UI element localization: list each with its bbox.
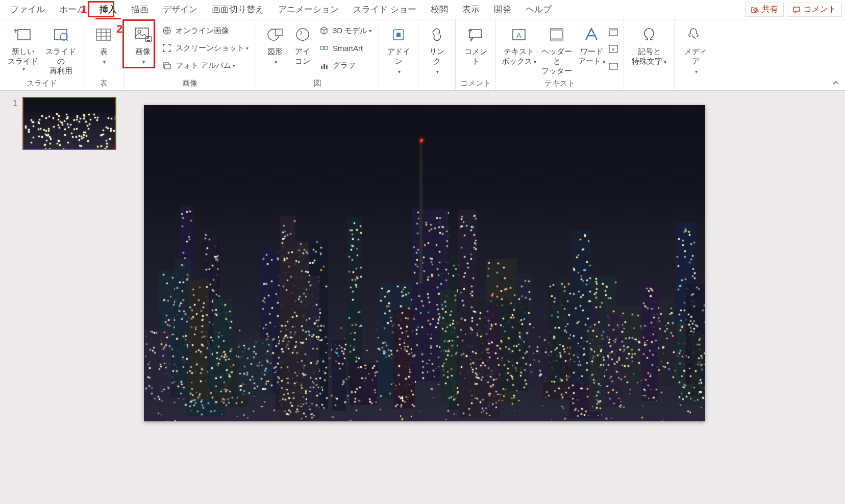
group-media: メディ ア▾	[675, 19, 716, 90]
link-icon	[429, 27, 445, 43]
svg-rect-10	[165, 64, 170, 69]
date-time-icon	[608, 27, 618, 37]
table-icon	[95, 26, 112, 43]
date-time-button[interactable]	[607, 23, 619, 40]
screenshot-icon	[162, 43, 171, 53]
header-footer-icon	[549, 27, 565, 43]
annotation-2: 2	[116, 22, 122, 36]
group-images-label: 画像	[182, 78, 197, 90]
tab-design[interactable]: デザイン	[156, 0, 205, 19]
group-comments: コメン ト コメント	[456, 19, 496, 90]
shapes-icon	[266, 26, 284, 43]
share-icon	[751, 6, 759, 14]
tab-review[interactable]: 校閲	[424, 0, 455, 19]
object-icon	[608, 61, 618, 71]
wordart-icon	[583, 27, 600, 43]
ribbon: 新しい スライド▾ スライドの 再利用 スライド 表▾ 表 2 画像▾ オンライ…	[0, 19, 845, 91]
insert-comment-button[interactable]: コメン ト	[460, 21, 491, 68]
addins-icon	[390, 27, 407, 43]
svg-rect-17	[326, 65, 328, 69]
slide-thumbnail-1[interactable]: document.write(Array.from({length:120},(…	[22, 97, 116, 150]
share-label: 共有	[762, 4, 778, 15]
new-slide-button[interactable]: 新しい スライド▾	[4, 21, 42, 74]
slide-number-icon: #	[608, 44, 618, 54]
smartart-icon	[319, 43, 329, 53]
group-text: A テキスト ボックス▾ ヘッダーと フッター ワード アート▾ # テキスト	[496, 19, 624, 90]
svg-rect-13	[320, 46, 324, 49]
workarea: 1 document.write(Array.from({length:120}…	[0, 91, 845, 504]
smartart-button[interactable]: SmartArt	[315, 40, 375, 56]
slide-1[interactable]	[144, 105, 705, 421]
group-text-label: テキスト	[544, 78, 575, 90]
tab-transition[interactable]: 画面切り替え	[205, 0, 271, 19]
svg-rect-25	[551, 38, 563, 41]
svg-text:#: #	[612, 47, 615, 52]
svg-rect-30	[609, 63, 617, 69]
tab-slideshow[interactable]: スライド ショー	[346, 0, 424, 19]
photo-album-icon	[162, 61, 171, 70]
thumbnail-row[interactable]: 1 document.write(Array.from({length:120}…	[7, 97, 125, 150]
new-slide-icon	[14, 26, 32, 44]
link-button[interactable]: リン ク▾	[423, 21, 451, 78]
online-pictures-icon	[162, 26, 171, 35]
tab-view[interactable]: 表示	[455, 0, 487, 19]
svg-rect-27	[609, 29, 617, 31]
comment-icon	[792, 6, 801, 14]
group-slides: 新しい スライド▾ スライドの 再利用 スライド	[0, 19, 84, 90]
svg-text:A: A	[517, 31, 522, 39]
tab-draw[interactable]: 描画	[124, 0, 156, 19]
share-button[interactable]: 共有	[745, 3, 784, 17]
reuse-slides-button[interactable]: スライドの 再利用	[42, 21, 80, 78]
3d-models-button[interactable]: 3D モデル▾	[315, 22, 375, 39]
reuse-slides-icon	[52, 26, 70, 44]
tab-help[interactable]: ヘルプ	[518, 0, 559, 19]
table-button[interactable]: 表▾	[88, 21, 119, 68]
textbox-button[interactable]: A テキスト ボックス▾	[500, 21, 538, 68]
header-footer-button[interactable]: ヘッダーと フッター	[538, 21, 576, 78]
shapes-button[interactable]: 図形▾	[260, 21, 290, 68]
online-pictures-button[interactable]: オンライン画像	[158, 22, 252, 39]
comment-button[interactable]: コメント	[787, 3, 842, 17]
svg-rect-24	[551, 29, 563, 31]
slide-canvas[interactable]	[132, 91, 845, 504]
symbol-button[interactable]: 記号と 特殊文字▾	[628, 21, 670, 68]
svg-rect-3	[96, 29, 111, 40]
group-illustrations-label: 図	[314, 78, 321, 90]
thumbnail-number: 1	[7, 99, 17, 108]
chart-icon	[319, 61, 329, 70]
svg-rect-16	[324, 64, 325, 69]
insert-comment-icon	[467, 27, 484, 43]
annotation-box-2	[122, 19, 155, 68]
group-links: リン ク▾	[418, 19, 456, 90]
group-addins: アドイ ン▾	[379, 19, 418, 90]
photo-album-button[interactable]: フォト アルバム▾	[158, 57, 252, 73]
screenshot-button[interactable]: スクリーンショット▾	[158, 40, 252, 56]
group-illustrations: 図形▾ アイ コン 3D モデル▾ SmartArt グラフ 図	[256, 19, 379, 90]
group-slides-label: スライド	[27, 78, 57, 90]
group-tables-label: 表	[100, 78, 108, 90]
svg-rect-0	[18, 30, 30, 40]
tab-file[interactable]: ファイル	[3, 0, 52, 19]
group-comments-label: コメント	[460, 78, 491, 90]
symbol-icon	[640, 27, 658, 43]
svg-rect-15	[321, 66, 322, 69]
textbox-icon: A	[511, 27, 527, 43]
tab-animation[interactable]: アニメーション	[271, 0, 346, 19]
addins-button[interactable]: アドイ ン▾	[383, 21, 414, 78]
icons-button[interactable]: アイ コン	[290, 21, 315, 68]
annotation-1: 1	[81, 3, 87, 16]
tab-developer[interactable]: 開発	[487, 0, 518, 19]
media-button[interactable]: メディ ア▾	[679, 21, 712, 78]
chevron-up-icon	[832, 79, 840, 87]
cube-icon	[319, 26, 329, 35]
thumbnail-pane[interactable]: 1 document.write(Array.from({length:120}…	[0, 91, 132, 504]
group-images: 2 画像▾ オンライン画像 スクリーンショット▾ フォト アルバム▾ 画像	[123, 19, 256, 90]
object-button[interactable]	[607, 58, 619, 74]
chart-button[interactable]: グラフ	[315, 57, 375, 73]
svg-rect-19	[396, 33, 401, 37]
slide-number-button[interactable]: #	[607, 41, 619, 57]
ribbon-tabs: ファイル ホーム 1 挿入 描画 デザイン 画面切り替え アニメーション スライ…	[0, 0, 845, 19]
collapse-ribbon-button[interactable]	[832, 79, 840, 89]
media-icon	[687, 27, 704, 43]
wordart-button[interactable]: ワード アート▾	[576, 21, 607, 68]
